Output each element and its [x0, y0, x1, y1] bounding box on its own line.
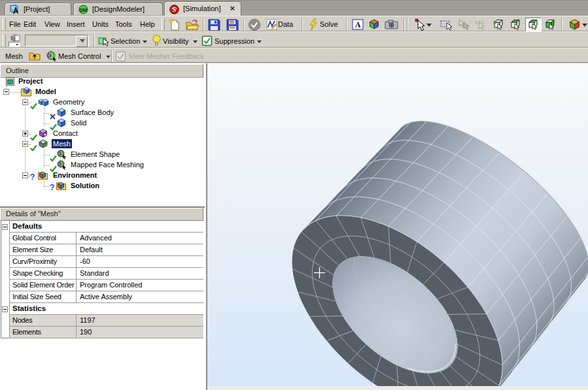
svg-text:DM: DM: [80, 7, 88, 13]
svg-text:S: S: [173, 7, 176, 13]
svg-text:A: A: [355, 20, 361, 29]
